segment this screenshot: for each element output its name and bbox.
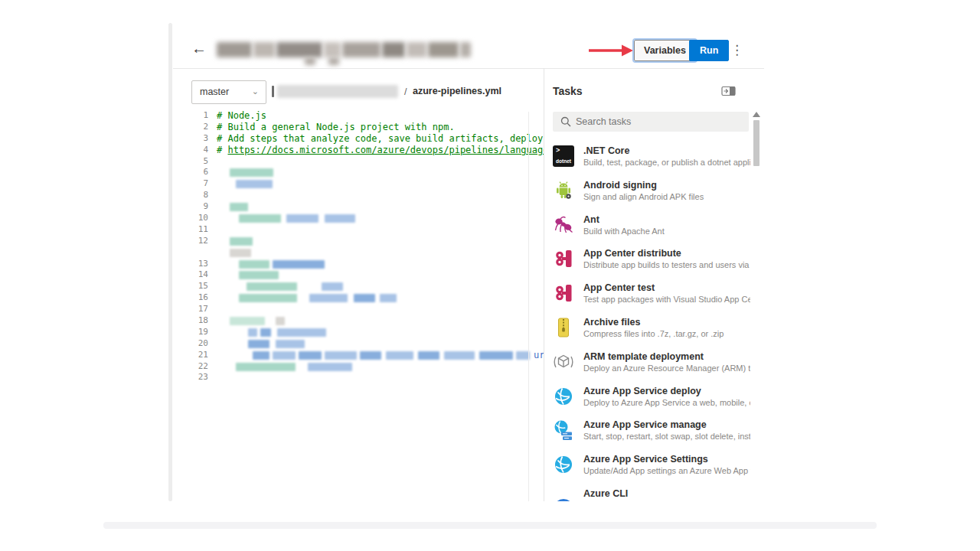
task-list-item[interactable]: App Center distributeDistribute app buil… bbox=[544, 248, 758, 282]
code-line[interactable]: 13 bbox=[173, 259, 544, 270]
task-list-item[interactable]: Azure CLI bbox=[544, 488, 758, 501]
task-list: >dotnet.NET CoreBuild, test, package, or… bbox=[544, 136, 764, 501]
code-line[interactable]: 7 bbox=[173, 178, 544, 190]
task-name: Android signing bbox=[583, 180, 750, 191]
line-number: 4 bbox=[173, 145, 208, 156]
redacted-code-block bbox=[273, 351, 296, 360]
more-options-icon[interactable]: ⋮ bbox=[730, 41, 743, 60]
code-comment-text: # Add steps that analyze code, save buil… bbox=[217, 133, 544, 145]
code-line[interactable]: 3# Add steps that analyze code, save bui… bbox=[173, 133, 544, 145]
line-number: 3 bbox=[173, 133, 208, 145]
code-line[interactable]: 14 bbox=[173, 269, 544, 281]
code-line[interactable]: 2# Build a general Node.js project with … bbox=[173, 122, 544, 133]
task-list-item[interactable]: Archive filesCompress files into .7z, .t… bbox=[544, 317, 758, 350]
line-number: 14 bbox=[173, 269, 208, 281]
code-line[interactable]: 15 bbox=[173, 281, 544, 292]
redacted-code-block bbox=[239, 214, 281, 223]
task-list-item[interactable]: AntBuild with Apache Ant bbox=[544, 214, 758, 248]
redacted-code-block bbox=[308, 363, 352, 371]
code-line[interactable]: 6 bbox=[173, 167, 544, 178]
page-scrollbar[interactable] bbox=[168, 23, 172, 501]
code-line[interactable]: 5 bbox=[173, 156, 544, 168]
task-list-item[interactable]: Azure App Service deployDeploy to Azure … bbox=[544, 386, 758, 419]
branch-selector[interactable]: master ⌄ bbox=[191, 80, 266, 104]
search-tasks-input[interactable]: Search tasks bbox=[553, 112, 749, 132]
task-name: Azure CLI bbox=[583, 488, 750, 499]
code-line[interactable]: 18 bbox=[173, 315, 544, 327]
tasks-scrollbar[interactable] bbox=[753, 120, 760, 166]
redacted-code-block bbox=[230, 249, 251, 257]
code-line[interactable]: 10 bbox=[173, 213, 544, 224]
code-line[interactable]: 4# https://docs.microsoft.com/azure/devo… bbox=[173, 145, 544, 156]
task-list-item[interactable]: ARM template deploymentDeploy an Azure R… bbox=[544, 351, 758, 385]
code-line[interactable]: 9 bbox=[173, 201, 544, 213]
task-name: App Center test bbox=[583, 282, 750, 293]
code-line[interactable]: 23 bbox=[173, 372, 544, 383]
task-list-item[interactable]: Android signingSign and align Android AP… bbox=[544, 180, 758, 214]
branch-selected-label: master bbox=[200, 86, 229, 97]
task-list-item[interactable]: App Center testTest app packages with Vi… bbox=[544, 282, 758, 316]
bottom-bar-redacted bbox=[103, 522, 877, 529]
task-list-item[interactable]: Azure App Service manageStart, stop, res… bbox=[544, 419, 758, 453]
code-line[interactable] bbox=[173, 247, 544, 259]
repo-path-redacted bbox=[277, 85, 398, 98]
line-number: 19 bbox=[173, 327, 208, 338]
code-line[interactable]: 22 bbox=[173, 361, 544, 373]
code-line[interactable]: 16 bbox=[173, 292, 544, 304]
redacted-code-block bbox=[418, 351, 439, 360]
code-link[interactable]: https://docs.microsoft.com/azure/devops/… bbox=[227, 145, 544, 155]
redacted-code-block bbox=[247, 282, 297, 291]
line-number: 16 bbox=[173, 292, 208, 304]
editor-overview-ruler bbox=[528, 112, 529, 501]
line-number: 15 bbox=[173, 281, 208, 292]
redacted-code-block bbox=[309, 294, 348, 302]
filename-label: azure-pipelines.yml bbox=[413, 86, 501, 96]
task-list-item[interactable]: >dotnet.NET CoreBuild, test, package, or… bbox=[544, 145, 758, 179]
task-name: Archive files bbox=[583, 317, 750, 328]
page-title-redacted bbox=[217, 42, 471, 67]
variables-button[interactable]: Variables bbox=[634, 40, 696, 61]
redaction-block bbox=[276, 42, 322, 57]
search-placeholder: Search tasks bbox=[576, 116, 631, 127]
line-number: 20 bbox=[173, 338, 208, 350]
task-name: Ant bbox=[583, 214, 750, 225]
redacted-code-block bbox=[325, 351, 357, 360]
code-line[interactable]: 1# Node.js bbox=[173, 110, 544, 122]
code-line[interactable]: 20 bbox=[173, 338, 544, 350]
code-comment-text: # Build a general Node.js project with n… bbox=[217, 122, 455, 133]
dotnet-icon: >dotnet bbox=[553, 145, 574, 167]
repo-path-redacted-mark bbox=[272, 86, 274, 97]
annotation-red-arrow bbox=[588, 44, 634, 57]
yaml-code-editor[interactable]: 1# Node.js2# Build a general Node.js pro… bbox=[173, 110, 544, 501]
code-line[interactable]: 17 bbox=[173, 304, 544, 315]
arm-icon bbox=[553, 351, 574, 373]
redacted-code-block bbox=[286, 214, 318, 223]
redaction-block bbox=[305, 57, 315, 65]
code-comment-text: # https://docs.microsoft.com/azure/devop… bbox=[217, 145, 544, 156]
azure-cli-icon bbox=[553, 488, 574, 501]
back-arrow-icon[interactable]: ← bbox=[191, 40, 207, 57]
task-list-item[interactable]: Azure App Service SettingsUpdate/Add App… bbox=[544, 454, 758, 487]
code-line[interactable]: 21url bbox=[173, 350, 544, 361]
redacted-code-block bbox=[322, 282, 343, 291]
run-button[interactable]: Run bbox=[689, 40, 729, 61]
code-line[interactable]: 19 bbox=[173, 327, 544, 338]
appcenter-icon bbox=[553, 248, 574, 269]
code-line[interactable]: 8 bbox=[173, 190, 544, 201]
task-description: Update/Add App settings an Azure Web App… bbox=[583, 466, 750, 475]
redacted-code-block bbox=[236, 180, 273, 188]
collapse-panel-icon[interactable] bbox=[721, 86, 737, 96]
line-number: 5 bbox=[173, 156, 208, 168]
redacted-code-block bbox=[260, 328, 271, 337]
code-line[interactable]: 11 bbox=[173, 224, 544, 236]
redacted-code-block bbox=[276, 340, 305, 348]
ant-icon bbox=[553, 214, 574, 236]
task-description: Start, stop, restart, slot swap, slot de… bbox=[583, 432, 750, 441]
scroll-up-arrow-icon[interactable] bbox=[753, 112, 760, 117]
redaction-block bbox=[324, 42, 341, 57]
code-line[interactable]: 12 bbox=[173, 236, 544, 247]
redacted-code-block bbox=[236, 363, 296, 371]
line-number: 18 bbox=[173, 315, 208, 327]
redacted-code-block bbox=[360, 351, 381, 360]
redacted-code-block bbox=[253, 351, 270, 360]
